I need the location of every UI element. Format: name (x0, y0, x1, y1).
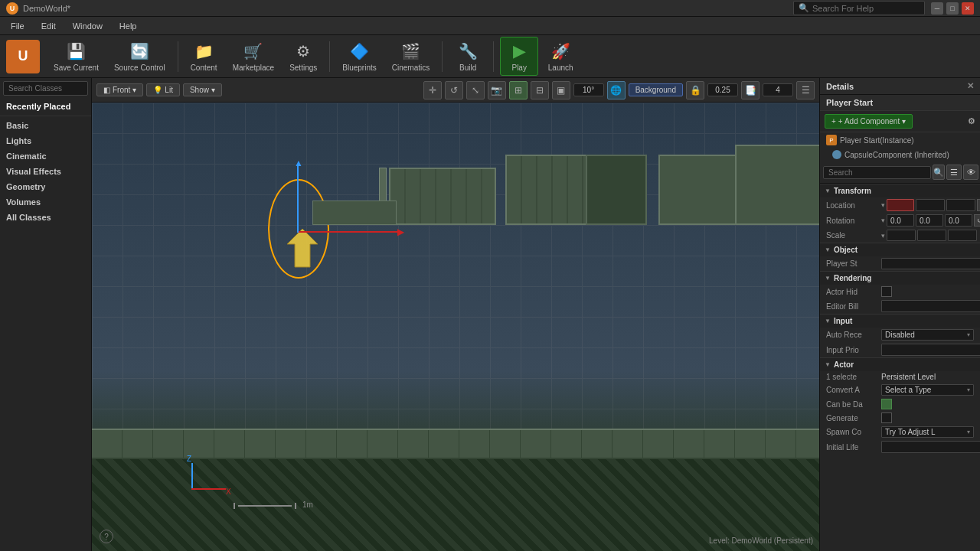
add-component-button[interactable]: + + Add Component ▾ (825, 114, 913, 129)
menu-window[interactable]: Window (65, 20, 110, 32)
viewport-panel: ◧ Front ▾ 💡 Lit Show ▾ ✛ ↺ ⤡ 📷 ⊞ ⊟ ▣ 10°… (92, 78, 819, 551)
scale-dropdown-icon[interactable]: ▾ (881, 230, 885, 241)
location-x-input[interactable]: -10 (887, 199, 914, 211)
sidebar-item-visual-effects[interactable]: Visual Effects (0, 164, 91, 179)
viewport-mode-dropdown[interactable]: ◧ Front ▾ (96, 83, 143, 96)
rotate-icon[interactable]: ↺ (445, 81, 463, 99)
menu-file[interactable]: File (3, 20, 32, 32)
location-y-input[interactable]: 0.0 (916, 199, 945, 211)
transform-section[interactable]: Transform (820, 184, 980, 197)
scale-y-input[interactable]: 1.0 (917, 230, 946, 241)
launch-button[interactable]: 🚀 Launch (541, 37, 580, 75)
marketplace-button[interactable]: 🛒 Marketplace (227, 37, 280, 75)
class-search-area (0, 78, 91, 99)
spawn-dropdown[interactable]: Try To Adjust L ▾ (881, 426, 974, 438)
location-dropdown-icon[interactable]: ▾ (881, 199, 885, 211)
surface-snap-icon[interactable]: ▣ (552, 81, 570, 99)
location-z-input[interactable]: -23 (946, 199, 975, 211)
translate-icon[interactable]: ✛ (423, 81, 442, 99)
grid-icon[interactable]: ⊟ (531, 81, 549, 99)
show-label: Show (190, 86, 209, 94)
initial-life-value: 0.0 ▾ (881, 441, 980, 453)
build-button[interactable]: 🔧 Build (449, 37, 487, 75)
can-be-checkbox[interactable] (881, 399, 892, 409)
show-button[interactable]: Show ▾ (183, 83, 222, 96)
settings-button[interactable]: ⚙ Settings (283, 37, 323, 75)
viewport-options-icon[interactable]: ☰ (796, 81, 815, 99)
play-label: Play (511, 64, 526, 72)
input-priority-input[interactable]: 0 (881, 344, 980, 356)
ue-logo-button[interactable]: U (6, 40, 40, 73)
maximize-button[interactable]: □ (946, 2, 959, 15)
player-start-instance-item[interactable]: P Player Start(Instance) (820, 132, 980, 148)
menu-edit[interactable]: Edit (34, 20, 64, 32)
details-search-icon[interactable]: 🔍 (933, 165, 945, 180)
class-search-input[interactable] (3, 81, 88, 96)
convert-dropdown[interactable]: Select a Type ▾ (881, 384, 974, 396)
rendering-section[interactable]: Rendering (820, 271, 980, 285)
help-search-input[interactable] (812, 4, 920, 13)
initial-life-input[interactable]: 0.0 (881, 441, 980, 453)
generate-row: Generate (820, 411, 980, 425)
lighting-mode-button[interactable]: 💡 Lit (146, 83, 180, 96)
rotation-x-input[interactable] (887, 214, 914, 227)
cinematics-button[interactable]: 🎬 Cinematics (386, 37, 436, 75)
rotation-z-input[interactable] (945, 214, 972, 227)
world-icon[interactable]: 🌐 (607, 81, 626, 99)
snap-icon[interactable]: ⊞ (509, 81, 528, 99)
selected-row: 1 selecte Persistent Level (820, 371, 980, 383)
auto-receive-dropdown[interactable]: Disabled ▾ (881, 329, 974, 341)
play-button[interactable]: ▶ Play (500, 37, 538, 76)
editor-bill-input[interactable]: 1.0 (881, 300, 980, 312)
sidebar-item-basic[interactable]: Basic (0, 118, 91, 133)
toolbar-divider-4 (493, 41, 494, 72)
sidebar-item-recently-placed[interactable]: Recently Placed (0, 99, 91, 114)
bookmark-icon[interactable]: 📑 (741, 81, 760, 99)
background-button[interactable]: Background (629, 83, 683, 96)
blueprints-button[interactable]: 🔷 Blueprints (336, 37, 382, 75)
left-placement-panel: Recently Placed Basic Lights Cinematic V… (0, 78, 92, 551)
source-control-button[interactable]: 🔄 Source Control (108, 37, 172, 75)
toolbar-divider-3 (442, 41, 443, 72)
eye-view-icon[interactable]: 👁 (963, 165, 978, 180)
viewport-canvas[interactable]: ▲ ▶ (92, 103, 819, 551)
scale-z-input[interactable]: 1.0 (948, 230, 977, 241)
actor-section[interactable]: Actor (820, 357, 980, 371)
menu-help[interactable]: Help (112, 20, 145, 32)
save-button[interactable]: 💾 Save Current (47, 37, 105, 75)
sidebar-item-geometry[interactable]: Geometry (0, 179, 91, 194)
sidebar-item-cinematic[interactable]: Cinematic (0, 148, 91, 164)
sidebar-item-all-classes[interactable]: All Classes (0, 210, 91, 225)
help-search-box[interactable]: 🔍 (793, 1, 925, 15)
input-section[interactable]: Input (820, 314, 980, 328)
camera-icon[interactable]: 📷 (488, 81, 506, 99)
titlebar: U DemoWorld* 🔍 ─ □ ✕ (0, 0, 980, 17)
details-close-icon[interactable]: ✕ (967, 81, 974, 91)
component-settings-icon[interactable]: ⚙ (968, 116, 975, 126)
scale-x-input[interactable]: 1.0 (887, 230, 916, 241)
rotation-dropdown-icon[interactable]: ▾ (881, 214, 885, 227)
rotation-reset-icon[interactable]: ↺ (974, 214, 980, 227)
list-view-icon[interactable]: ☰ (946, 165, 962, 180)
scale-icon[interactable]: ⤡ (466, 81, 485, 99)
generate-checkbox[interactable] (881, 412, 892, 423)
spawn-dropdown-text: Try To Adjust L (885, 428, 936, 436)
background-label: Background (635, 86, 676, 94)
close-button[interactable]: ✕ (962, 2, 974, 15)
object-section[interactable]: Object (820, 243, 980, 256)
capsule-component-item[interactable]: CapsuleComponent (Inherited) (820, 148, 980, 161)
rotation-y-input[interactable] (916, 214, 943, 227)
actor-hidden-checkbox[interactable] (881, 286, 892, 297)
sidebar-item-lights[interactable]: Lights (0, 133, 91, 148)
minimize-button[interactable]: ─ (931, 2, 943, 15)
player-start-value-input[interactable]: None (881, 258, 980, 269)
content-button[interactable]: 📁 Content (185, 37, 224, 75)
selected-value-text: Persistent Level (881, 373, 936, 381)
viewport-help-icon[interactable]: ? (100, 530, 113, 543)
marketplace-icon: 🛒 (243, 41, 264, 62)
camera-lock-icon[interactable]: 🔒 (686, 81, 704, 99)
location-reset-icon[interactable]: ↺ (977, 199, 980, 211)
sidebar-item-volumes[interactable]: Volumes (0, 194, 91, 210)
search-icon: 🔍 (799, 3, 809, 13)
details-search-input[interactable] (823, 166, 931, 179)
